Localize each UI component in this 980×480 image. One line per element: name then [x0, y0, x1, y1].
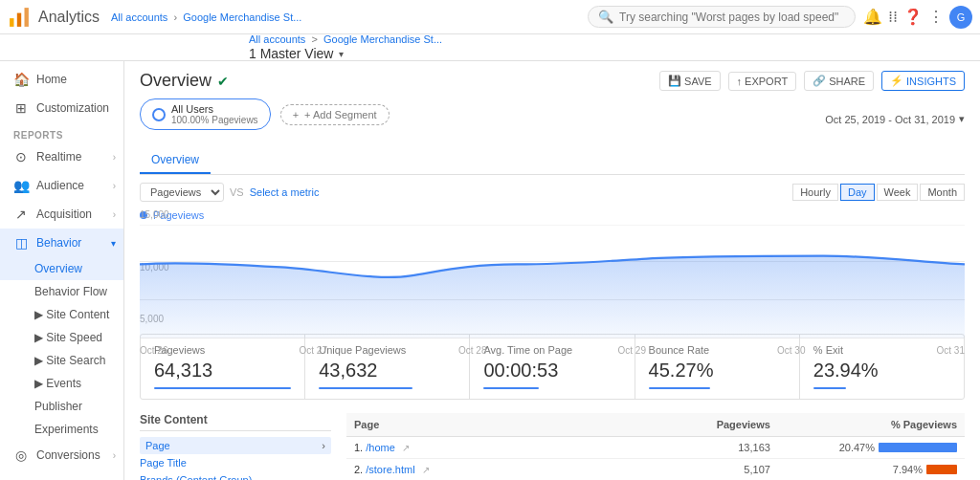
breadcrumb-all-accounts[interactable]: All accounts: [111, 11, 167, 23]
pct-value: 7.94%: [893, 464, 923, 475]
x-label-oct26: Oct 26: [140, 345, 167, 356]
time-btn-month[interactable]: Month: [920, 184, 965, 201]
customization-icon: ⊞: [13, 100, 29, 116]
share-button[interactable]: 🔗 SHARE: [804, 71, 874, 91]
sidebar-item-acquisition[interactable]: ↗ Acquisition ›: [0, 200, 123, 229]
view-selector[interactable]: All accounts > Google Merchandise St... …: [249, 33, 442, 61]
pct-cell: 20.47%: [778, 437, 965, 459]
search-input[interactable]: [619, 11, 845, 24]
sidebar-sub-behavior-flow[interactable]: Behavior Flow: [0, 280, 123, 303]
sidebar-label-realtime: Realtime: [36, 150, 81, 164]
select-metric-link[interactable]: Select a metric: [250, 186, 320, 198]
tab-overview[interactable]: Overview: [140, 147, 211, 174]
x-label-oct31: Oct 31: [937, 345, 965, 356]
site-content-title: Site Content: [140, 413, 331, 431]
logo-icon: [8, 6, 31, 29]
breadcrumb-path: All accounts > Google Merchandise St...: [249, 33, 442, 45]
table-row: 1. /home ↗ 13,163 20.47%: [346, 437, 965, 459]
view-dropdown-icon[interactable]: ▾: [339, 49, 344, 59]
sidebar-label-conversions: Conversions: [36, 448, 100, 462]
mini-bar: [926, 465, 957, 474]
table-row: 2. /store.html ↗ 5,107 7.94%: [346, 459, 965, 481]
sidebar-sub-site-content[interactable]: ▶ Site Content: [0, 303, 123, 326]
acquisition-icon: ↗: [13, 207, 29, 222]
primary-metric-select[interactable]: Pageviews: [140, 183, 224, 202]
mini-bar: [879, 443, 957, 452]
sidebar-section-reports: REPORTS: [0, 122, 123, 142]
sidebar-sub-publisher[interactable]: Publisher: [0, 395, 123, 418]
date-range[interactable]: Oct 25, 2019 - Oct 31, 2019 ▾: [825, 113, 965, 125]
export-icon: ↑: [737, 76, 743, 87]
chevron-right-icon-acquisition: ›: [113, 209, 116, 220]
add-segment-btn[interactable]: + + Add Segment: [280, 104, 390, 125]
insights-icon: ⚡: [890, 75, 903, 87]
y-label-1: 15,000: [140, 209, 178, 220]
help-icon[interactable]: ❓: [903, 8, 923, 26]
x-label-oct28: Oct 28: [458, 345, 486, 356]
breadcrumb-account[interactable]: Google Merchandise St...: [183, 11, 301, 23]
pageviews-cell: 13,163: [681, 437, 778, 459]
insights-button[interactable]: ⚡ INSIGHTS: [881, 71, 965, 91]
sidebar-sub-experiments[interactable]: Experiments: [0, 418, 123, 441]
pct-value: 20.47%: [839, 442, 875, 453]
external-link-icon[interactable]: ↗: [422, 465, 430, 475]
left-nav-item-page-title[interactable]: Page Title: [140, 454, 331, 471]
sidebar-item-behavior[interactable]: ◫ Behavior ▾: [0, 229, 123, 257]
page-link[interactable]: /home: [366, 442, 395, 453]
col-pageviews-header[interactable]: Pageviews: [681, 413, 778, 437]
x-label-oct29: Oct 29: [618, 345, 646, 356]
page-link[interactable]: /store.html: [366, 464, 414, 475]
chevron-right-icon-audience: ›: [113, 181, 116, 191]
sidebar-item-realtime[interactable]: ⊙ Realtime ›: [0, 142, 123, 171]
app-title: Analytics: [38, 9, 100, 26]
search-box: 🔍: [588, 6, 856, 28]
vs-label: VS: [230, 186, 244, 198]
svg-rect-1: [17, 12, 21, 26]
segment-all-users[interactable]: All Users 100.00% Pageviews: [140, 98, 271, 130]
more-icon[interactable]: ⋮: [928, 8, 944, 26]
stat-bar: [813, 387, 846, 389]
sidebar-label-behavior: Behavior: [36, 236, 81, 250]
share-icon: 🔗: [813, 75, 826, 87]
verified-icon: ✔: [217, 74, 229, 89]
stat-value: 00:00:53: [483, 360, 620, 382]
sidebar-sub-overview[interactable]: Overview: [0, 257, 123, 280]
sidebar-sub-events[interactable]: ▶ Events: [0, 372, 123, 395]
svg-rect-2: [25, 8, 29, 27]
segment-percent: 100.00% Pageviews: [171, 115, 258, 125]
sidebar-item-conversions[interactable]: ◎ Conversions ›: [0, 441, 123, 469]
arrow-icon-page: ›: [322, 440, 325, 451]
left-nav-item-page[interactable]: Page ›: [140, 437, 331, 454]
account-link[interactable]: Google Merchandise St...: [323, 33, 442, 45]
realtime-icon: ⊙: [13, 149, 29, 164]
top-icons: 🔔 ⁞⁞ ❓ ⋮ G: [863, 6, 972, 29]
stat-value: 64,313: [154, 360, 291, 382]
apps-icon[interactable]: ⁞⁞: [888, 8, 898, 26]
all-accounts-link[interactable]: All accounts: [249, 33, 305, 45]
sidebar-item-audience[interactable]: 👥 Audience ›: [0, 171, 123, 200]
external-link-icon[interactable]: ↗: [402, 443, 410, 453]
col-pct-header[interactable]: % Pageviews: [778, 413, 965, 437]
stat-value: 43,632: [319, 360, 456, 382]
sidebar-item-customization[interactable]: ⊞ Customization: [0, 94, 123, 122]
save-button[interactable]: 💾 SAVE: [659, 71, 721, 91]
stat-bar: [319, 387, 412, 389]
segment-circle: [152, 108, 166, 121]
avatar[interactable]: G: [949, 6, 972, 29]
audience-icon: 👥: [13, 178, 29, 193]
export-button[interactable]: ↑ EXPORT: [728, 72, 797, 91]
chart-svg: [140, 225, 965, 338]
bell-icon[interactable]: 🔔: [863, 8, 882, 26]
add-segment-label: + Add Segment: [304, 109, 377, 120]
sidebar-item-home[interactable]: 🏠 Home: [0, 65, 123, 94]
segment-name: All Users: [171, 103, 258, 115]
time-btn-day[interactable]: Day: [840, 184, 875, 201]
sidebar-sub-site-speed[interactable]: ▶ Site Speed: [0, 326, 123, 349]
chevron-right-icon: ›: [113, 152, 116, 163]
sidebar-sub-site-search[interactable]: ▶ Site Search: [0, 349, 123, 372]
left-nav-item-brands[interactable]: Brands (Content Group): [140, 471, 331, 480]
chevron-down-icon-behavior: ▾: [111, 238, 116, 249]
time-btn-hourly[interactable]: Hourly: [792, 184, 838, 201]
time-btn-week[interactable]: Week: [877, 184, 919, 201]
page-cell: 2. /store.html ↗: [346, 459, 681, 481]
